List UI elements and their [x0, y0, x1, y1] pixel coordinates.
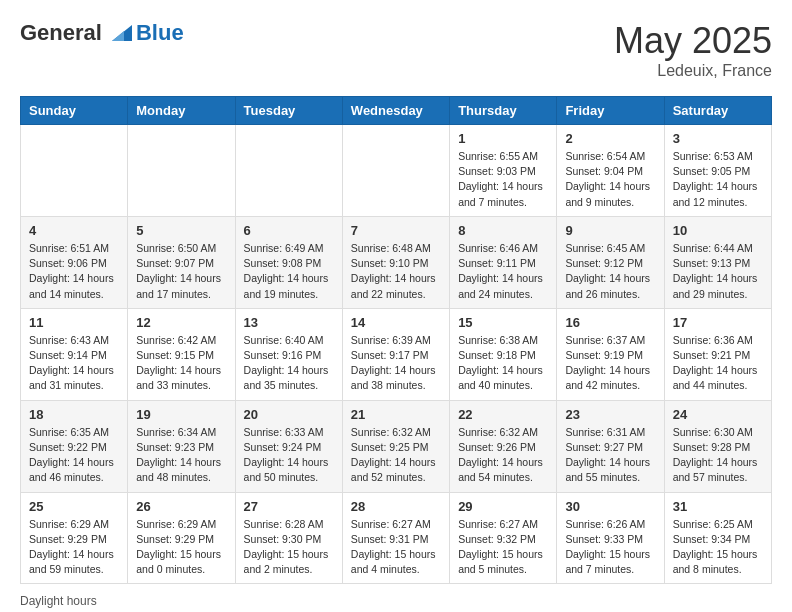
calendar-day: 21Sunrise: 6:32 AM Sunset: 9:25 PM Dayli… — [342, 400, 449, 492]
day-number: 7 — [351, 223, 441, 238]
calendar-day: 16Sunrise: 6:37 AM Sunset: 9:19 PM Dayli… — [557, 308, 664, 400]
calendar-day: 9Sunrise: 6:45 AM Sunset: 9:12 PM Daylig… — [557, 216, 664, 308]
calendar-day: 13Sunrise: 6:40 AM Sunset: 9:16 PM Dayli… — [235, 308, 342, 400]
day-info: Sunrise: 6:49 AM Sunset: 9:08 PM Dayligh… — [244, 241, 334, 302]
day-of-week-sunday: Sunday — [21, 97, 128, 125]
calendar-week-3: 11Sunrise: 6:43 AM Sunset: 9:14 PM Dayli… — [21, 308, 772, 400]
day-number: 4 — [29, 223, 119, 238]
month-year: May 2025 — [614, 20, 772, 62]
day-number: 21 — [351, 407, 441, 422]
day-number: 1 — [458, 131, 548, 146]
day-number: 23 — [565, 407, 655, 422]
day-info: Sunrise: 6:44 AM Sunset: 9:13 PM Dayligh… — [673, 241, 763, 302]
day-number: 14 — [351, 315, 441, 330]
calendar-day: 30Sunrise: 6:26 AM Sunset: 9:33 PM Dayli… — [557, 492, 664, 584]
day-number: 6 — [244, 223, 334, 238]
footer: Daylight hours — [20, 594, 772, 608]
calendar-day: 24Sunrise: 6:30 AM Sunset: 9:28 PM Dayli… — [664, 400, 771, 492]
logo: General Blue — [20, 20, 184, 46]
calendar-day: 28Sunrise: 6:27 AM Sunset: 9:31 PM Dayli… — [342, 492, 449, 584]
title-block: May 2025 Ledeuix, France — [614, 20, 772, 80]
day-number: 18 — [29, 407, 119, 422]
day-number: 28 — [351, 499, 441, 514]
day-info: Sunrise: 6:48 AM Sunset: 9:10 PM Dayligh… — [351, 241, 441, 302]
day-number: 15 — [458, 315, 548, 330]
day-info: Sunrise: 6:32 AM Sunset: 9:25 PM Dayligh… — [351, 425, 441, 486]
day-of-week-monday: Monday — [128, 97, 235, 125]
day-number: 30 — [565, 499, 655, 514]
day-number: 12 — [136, 315, 226, 330]
day-info: Sunrise: 6:37 AM Sunset: 9:19 PM Dayligh… — [565, 333, 655, 394]
calendar-day: 23Sunrise: 6:31 AM Sunset: 9:27 PM Dayli… — [557, 400, 664, 492]
day-info: Sunrise: 6:39 AM Sunset: 9:17 PM Dayligh… — [351, 333, 441, 394]
day-info: Sunrise: 6:28 AM Sunset: 9:30 PM Dayligh… — [244, 517, 334, 578]
day-info: Sunrise: 6:36 AM Sunset: 9:21 PM Dayligh… — [673, 333, 763, 394]
day-info: Sunrise: 6:46 AM Sunset: 9:11 PM Dayligh… — [458, 241, 548, 302]
day-info: Sunrise: 6:42 AM Sunset: 9:15 PM Dayligh… — [136, 333, 226, 394]
calendar-day: 18Sunrise: 6:35 AM Sunset: 9:22 PM Dayli… — [21, 400, 128, 492]
calendar-day: 20Sunrise: 6:33 AM Sunset: 9:24 PM Dayli… — [235, 400, 342, 492]
day-info: Sunrise: 6:53 AM Sunset: 9:05 PM Dayligh… — [673, 149, 763, 210]
day-of-week-tuesday: Tuesday — [235, 97, 342, 125]
day-info: Sunrise: 6:31 AM Sunset: 9:27 PM Dayligh… — [565, 425, 655, 486]
day-info: Sunrise: 6:35 AM Sunset: 9:22 PM Dayligh… — [29, 425, 119, 486]
day-info: Sunrise: 6:34 AM Sunset: 9:23 PM Dayligh… — [136, 425, 226, 486]
calendar-day: 5Sunrise: 6:50 AM Sunset: 9:07 PM Daylig… — [128, 216, 235, 308]
calendar-day: 26Sunrise: 6:29 AM Sunset: 9:29 PM Dayli… — [128, 492, 235, 584]
day-info: Sunrise: 6:32 AM Sunset: 9:26 PM Dayligh… — [458, 425, 548, 486]
location: Ledeuix, France — [614, 62, 772, 80]
day-number: 20 — [244, 407, 334, 422]
day-number: 27 — [244, 499, 334, 514]
day-info: Sunrise: 6:40 AM Sunset: 9:16 PM Dayligh… — [244, 333, 334, 394]
day-of-week-wednesday: Wednesday — [342, 97, 449, 125]
calendar-day: 11Sunrise: 6:43 AM Sunset: 9:14 PM Dayli… — [21, 308, 128, 400]
day-info: Sunrise: 6:54 AM Sunset: 9:04 PM Dayligh… — [565, 149, 655, 210]
calendar-day: 4Sunrise: 6:51 AM Sunset: 9:06 PM Daylig… — [21, 216, 128, 308]
day-number: 19 — [136, 407, 226, 422]
calendar-day: 27Sunrise: 6:28 AM Sunset: 9:30 PM Dayli… — [235, 492, 342, 584]
logo-icon — [104, 21, 136, 45]
day-number: 16 — [565, 315, 655, 330]
day-number: 9 — [565, 223, 655, 238]
calendar-day: 8Sunrise: 6:46 AM Sunset: 9:11 PM Daylig… — [450, 216, 557, 308]
day-of-week-thursday: Thursday — [450, 97, 557, 125]
calendar-day: 12Sunrise: 6:42 AM Sunset: 9:15 PM Dayli… — [128, 308, 235, 400]
day-info: Sunrise: 6:27 AM Sunset: 9:31 PM Dayligh… — [351, 517, 441, 578]
day-number: 26 — [136, 499, 226, 514]
calendar-day: 10Sunrise: 6:44 AM Sunset: 9:13 PM Dayli… — [664, 216, 771, 308]
calendar-day — [342, 125, 449, 217]
calendar-week-1: 1Sunrise: 6:55 AM Sunset: 9:03 PM Daylig… — [21, 125, 772, 217]
day-number: 31 — [673, 499, 763, 514]
day-number: 11 — [29, 315, 119, 330]
calendar-table: SundayMondayTuesdayWednesdayThursdayFrid… — [20, 96, 772, 584]
day-number: 3 — [673, 131, 763, 146]
logo-blue-text: Blue — [136, 20, 184, 46]
calendar-day: 14Sunrise: 6:39 AM Sunset: 9:17 PM Dayli… — [342, 308, 449, 400]
day-info: Sunrise: 6:38 AM Sunset: 9:18 PM Dayligh… — [458, 333, 548, 394]
calendar-week-2: 4Sunrise: 6:51 AM Sunset: 9:06 PM Daylig… — [21, 216, 772, 308]
day-info: Sunrise: 6:55 AM Sunset: 9:03 PM Dayligh… — [458, 149, 548, 210]
day-number: 8 — [458, 223, 548, 238]
calendar-week-5: 25Sunrise: 6:29 AM Sunset: 9:29 PM Dayli… — [21, 492, 772, 584]
day-info: Sunrise: 6:43 AM Sunset: 9:14 PM Dayligh… — [29, 333, 119, 394]
calendar-day — [21, 125, 128, 217]
day-info: Sunrise: 6:29 AM Sunset: 9:29 PM Dayligh… — [29, 517, 119, 578]
svg-marker-1 — [112, 31, 124, 41]
calendar-day: 22Sunrise: 6:32 AM Sunset: 9:26 PM Dayli… — [450, 400, 557, 492]
day-of-week-friday: Friday — [557, 97, 664, 125]
day-info: Sunrise: 6:29 AM Sunset: 9:29 PM Dayligh… — [136, 517, 226, 578]
day-number: 13 — [244, 315, 334, 330]
day-info: Sunrise: 6:30 AM Sunset: 9:28 PM Dayligh… — [673, 425, 763, 486]
calendar-day: 29Sunrise: 6:27 AM Sunset: 9:32 PM Dayli… — [450, 492, 557, 584]
day-number: 24 — [673, 407, 763, 422]
calendar-day: 3Sunrise: 6:53 AM Sunset: 9:05 PM Daylig… — [664, 125, 771, 217]
day-info: Sunrise: 6:51 AM Sunset: 9:06 PM Dayligh… — [29, 241, 119, 302]
calendar-day: 7Sunrise: 6:48 AM Sunset: 9:10 PM Daylig… — [342, 216, 449, 308]
calendar-day: 15Sunrise: 6:38 AM Sunset: 9:18 PM Dayli… — [450, 308, 557, 400]
day-info: Sunrise: 6:50 AM Sunset: 9:07 PM Dayligh… — [136, 241, 226, 302]
day-info: Sunrise: 6:27 AM Sunset: 9:32 PM Dayligh… — [458, 517, 548, 578]
calendar-day — [128, 125, 235, 217]
calendar-day: 2Sunrise: 6:54 AM Sunset: 9:04 PM Daylig… — [557, 125, 664, 217]
calendar-day: 25Sunrise: 6:29 AM Sunset: 9:29 PM Dayli… — [21, 492, 128, 584]
day-number: 17 — [673, 315, 763, 330]
